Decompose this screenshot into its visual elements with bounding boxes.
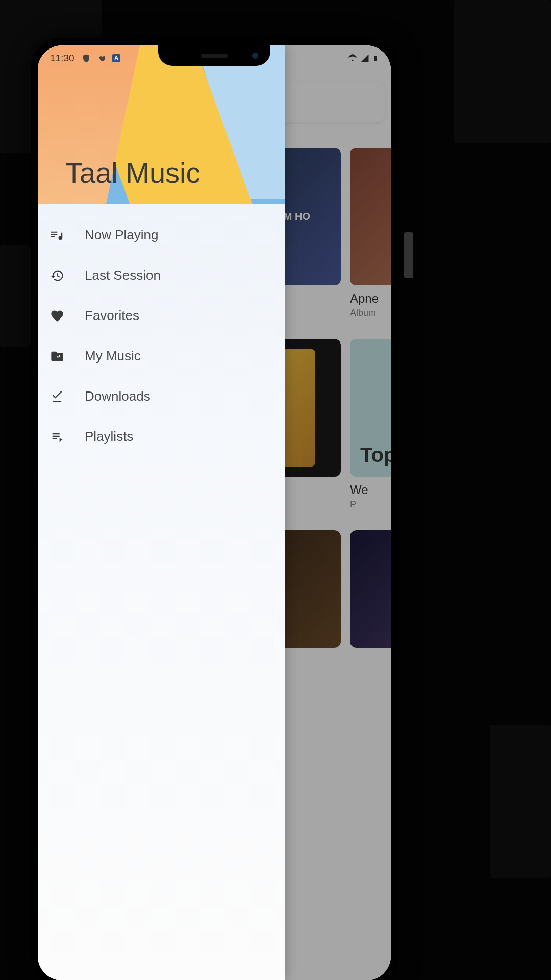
- menu-item-now-playing[interactable]: Now Playing: [38, 215, 285, 255]
- folder-music-icon: [50, 349, 64, 363]
- menu-item-downloads[interactable]: Downloads: [38, 376, 285, 416]
- menu-label: Favorites: [85, 308, 139, 324]
- queue-music-icon: [50, 228, 64, 242]
- phone-frame: 11:30 A REM HO eprise) l, Mohi…: [31, 38, 398, 980]
- svg-text:A: A: [114, 55, 118, 61]
- battery-icon: [372, 54, 379, 63]
- download-done-icon: [50, 389, 64, 404]
- app-badge-icon: A: [112, 54, 120, 62]
- menu-label: Now Playing: [85, 227, 159, 243]
- app-title: Taal Music: [65, 156, 201, 189]
- navigation-drawer: Taal Music Now Playing Last Session Favo…: [38, 45, 285, 980]
- shield-icon: [82, 54, 91, 63]
- svg-rect-2: [374, 56, 377, 61]
- phone-screen: 11:30 A REM HO eprise) l, Mohi…: [38, 45, 391, 980]
- menu-item-last-session[interactable]: Last Session: [38, 255, 285, 296]
- menu-label: Downloads: [85, 388, 151, 404]
- wifi-icon: [348, 54, 357, 63]
- menu-item-playlists[interactable]: Playlists: [38, 416, 285, 457]
- heart-icon: [50, 309, 64, 323]
- menu-label: My Music: [85, 348, 141, 364]
- phone-notch: [158, 45, 270, 66]
- wellness-icon: [98, 55, 105, 62]
- drawer-menu: Now Playing Last Session Favorites My Mu…: [38, 204, 285, 468]
- signal-icon: [360, 54, 369, 63]
- status-time: 11:30: [50, 53, 74, 64]
- menu-label: Playlists: [85, 429, 133, 445]
- menu-item-my-music[interactable]: My Music: [38, 336, 285, 376]
- menu-item-favorites[interactable]: Favorites: [38, 296, 285, 336]
- menu-label: Last Session: [85, 267, 161, 283]
- history-icon: [50, 268, 64, 283]
- phone-side-button: [404, 232, 413, 278]
- playlist-icon: [50, 430, 64, 444]
